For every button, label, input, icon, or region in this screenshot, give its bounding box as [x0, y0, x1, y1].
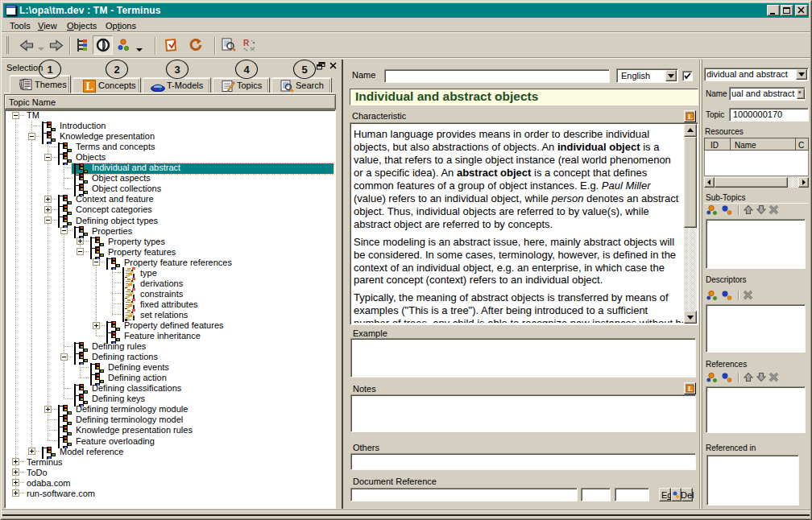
svg-text:3: 3 [174, 64, 180, 76]
svg-text:2: 2 [114, 64, 119, 76]
svg-text:R: R [243, 39, 250, 47]
svg-text:L: L [688, 113, 693, 121]
svg-text:4: 4 [243, 64, 250, 76]
svg-text:1: 1 [47, 64, 52, 76]
svg-text:5: 5 [301, 64, 307, 76]
svg-text:L: L [86, 80, 93, 93]
svg-text:L: L [688, 385, 693, 393]
